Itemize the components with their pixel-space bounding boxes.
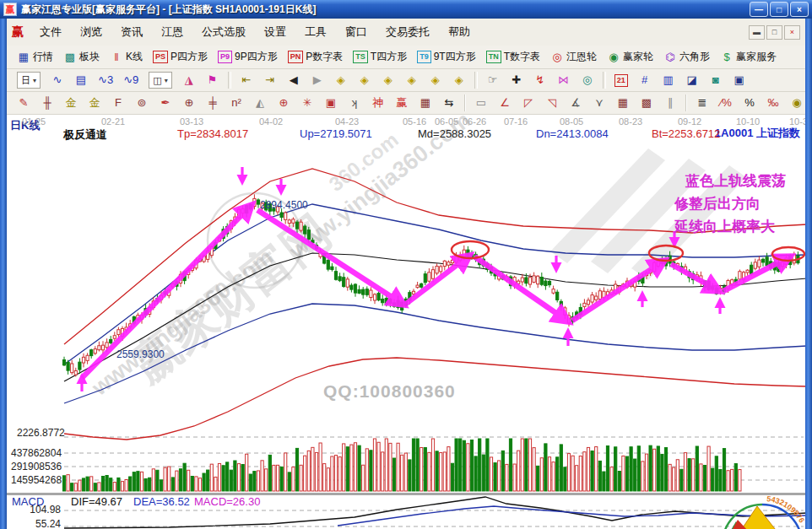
t-number-button[interactable]: TNT数字表 (481, 47, 545, 67)
star-tool[interactable]: ✳ (295, 93, 319, 113)
prism-tool[interactable]: ◭ (248, 93, 272, 113)
menu-item-5[interactable]: 设置 (255, 22, 295, 42)
last-page-icon[interactable]: ⇥ (258, 70, 282, 90)
parallel-tool[interactable]: ∥ (658, 93, 682, 113)
wave9-icon-glyph: ∿9 (123, 73, 138, 88)
close-button[interactable]: × (790, 2, 809, 17)
p-number-button[interactable]: PNP数字表 (283, 47, 349, 67)
menu-item-9[interactable]: 帮助 (439, 22, 479, 42)
p9-square-button[interactable]: P99P四方形 (213, 47, 283, 67)
price-label: 2559.9300 (116, 348, 165, 360)
minimize-button[interactable]: — (750, 2, 768, 17)
time-grid-tool-glyph: ╪ (206, 95, 219, 111)
key-icon[interactable]: ↯ (528, 70, 552, 90)
kline-button[interactable]: ‖K线 (105, 47, 148, 67)
gann-grid-tool[interactable]: ╫ (35, 93, 59, 113)
maximize-button[interactable]: □ (770, 2, 788, 17)
k-mark-tool[interactable]: ʞ (343, 93, 366, 113)
target-tool[interactable]: ⊕ (272, 93, 295, 113)
span-arrow-tool[interactable]: ⇆ (437, 93, 461, 113)
step-forward-icon[interactable]: ▶ (306, 70, 329, 90)
menu-item-0[interactable]: 文件 (30, 22, 71, 42)
volume-axis-label: 291908536 (11, 461, 62, 472)
save-icon[interactable]: ◪ (680, 70, 704, 90)
first-page-icon[interactable]: ⇤ (235, 70, 258, 90)
wave3-icon[interactable]: ∿3 (93, 70, 118, 90)
spiral-tool[interactable]: ⊚ (130, 93, 154, 113)
box-star-tool[interactable]: ▣ (319, 93, 343, 113)
save-pc-icon[interactable]: ▣ (728, 70, 751, 90)
diamond-right-icon[interactable]: ◈ (353, 70, 376, 90)
percent-level-tool[interactable]: ‰ (761, 93, 785, 113)
wave9-icon[interactable]: ∿9 (118, 70, 143, 90)
annotation-text: 修整后出方向 (674, 194, 761, 213)
shen-tool[interactable]: 神 (366, 93, 390, 113)
zigzag-tool[interactable]: ⋎ (587, 93, 611, 113)
quotes-button[interactable]: ▦行情 (12, 47, 58, 67)
calendar-icon[interactable]: 21 (609, 70, 633, 90)
gann-wheel-button[interactable]: ◎江恩轮 (545, 47, 602, 67)
color-flag-icon[interactable]: ⚑ (201, 70, 225, 90)
menu-item-8[interactable]: 交易委托 (376, 22, 439, 42)
time-grid-tool[interactable]: ╪ (201, 93, 225, 113)
diamond-left-icon[interactable]: ◈ (329, 70, 353, 90)
mdi-restore-button[interactable]: □ (766, 25, 782, 40)
diamond-shrink-icon[interactable]: ◈ (400, 70, 424, 90)
diamond-all-icon[interactable]: ◈ (447, 70, 471, 90)
brain-icon[interactable]: ◎ (576, 70, 599, 90)
pen-tool[interactable]: ✎ (12, 93, 35, 113)
marker-pen-tool[interactable]: ✒ (154, 93, 177, 113)
t-square-button[interactable]: TST四方形 (348, 47, 412, 67)
hexagon-button[interactable]: ⌬六角形 (658, 47, 715, 67)
jifan-channel-icon[interactable]: ◮ (177, 70, 201, 90)
menu-item-3[interactable]: 江恩 (152, 22, 192, 42)
menu-item-2[interactable]: 资讯 (111, 22, 152, 42)
box-fan-tool[interactable]: ◸ (517, 93, 540, 113)
diamond-updown-icon[interactable]: ◈ (424, 70, 447, 90)
ying-tool[interactable]: 赢 (390, 93, 414, 113)
angle-lines-tool[interactable]: ∡ (564, 93, 587, 113)
macd-value-label: DEA=36.52 (133, 495, 190, 508)
save-web-icon[interactable]: ◙ (704, 70, 728, 90)
mdi-close-button[interactable]: × (784, 25, 800, 40)
calculator-icon[interactable]: # (633, 70, 657, 90)
menu-item-6[interactable]: 工具 (295, 22, 336, 42)
menu-item-7[interactable]: 窗口 (336, 22, 376, 42)
menu-item-4[interactable]: 公式选股 (192, 22, 255, 42)
crosshair-icon[interactable]: ✚ (505, 70, 528, 90)
prism-tool-glyph: ◭ (253, 95, 267, 111)
box-tool[interactable]: ▭ (469, 93, 493, 113)
hand-tool-icon[interactable]: ☞ (481, 70, 505, 90)
scale-list-tool[interactable]: ≣ (690, 93, 714, 113)
n2-tool[interactable]: n² (225, 93, 248, 113)
time-circle-tool[interactable]: ⊕ (177, 93, 201, 113)
diamond-updown-icon-glyph: ◈ (429, 73, 442, 88)
grid9-tool[interactable]: ▩ (635, 93, 658, 113)
square-fan-tool[interactable]: ◹ (540, 93, 564, 113)
menu-item-1[interactable]: 浏览 (71, 22, 111, 42)
percent-line-tool[interactable]: ∕% (714, 93, 738, 113)
notes-icon[interactable]: ▥ (657, 70, 680, 90)
mdi-minimize-button[interactable]: ▬ (749, 25, 765, 40)
compress-icon[interactable]: ∿ (46, 70, 69, 90)
winner-wheel-button[interactable]: ◉赢家轮 (602, 47, 658, 67)
fibo-tool[interactable]: F (106, 93, 130, 113)
ruler-tool[interactable]: ▦ (414, 93, 437, 113)
symbol-label: 1A0001 上证指数 (715, 126, 800, 141)
period-day-dropdown[interactable]: 日▾ (12, 70, 46, 90)
grid-tool[interactable]: ▦ (611, 93, 635, 113)
ribbon-icon[interactable]: ⋈ (552, 70, 576, 90)
info-panel-icon[interactable]: ▤ (69, 70, 93, 90)
step-back-icon[interactable]: ◀ (282, 70, 306, 90)
candle-style-dropdown[interactable]: ◫▾ (143, 70, 176, 90)
ying-tool-glyph: 赢 (395, 95, 409, 111)
sectors-button[interactable]: ▩板块 (58, 47, 105, 67)
diamond-expand-icon[interactable]: ◈ (376, 70, 400, 90)
percent-tool[interactable]: % (738, 93, 761, 113)
t9-square-button[interactable]: T99T四方形 (412, 47, 481, 67)
fan-lines-tool[interactable]: ∠ (493, 93, 517, 113)
gold-section-tool[interactable]: 金 (83, 93, 106, 113)
p-square-button[interactable]: PSP四方形 (148, 47, 213, 67)
gold-ratio-tool[interactable]: 金 (59, 93, 83, 113)
winner-service-button[interactable]: $赢家服务 (715, 47, 782, 67)
